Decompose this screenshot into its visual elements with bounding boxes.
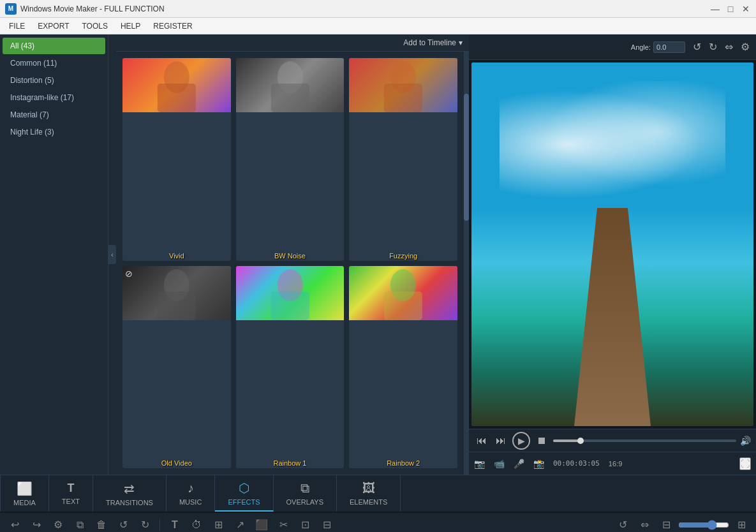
pier-visual xyxy=(574,208,651,426)
chevron-down-icon: ▾ xyxy=(459,38,463,47)
grid-button[interactable]: ⊟ xyxy=(317,516,336,533)
music-icon: ♪ xyxy=(188,481,194,496)
play-button[interactable]: ▶ xyxy=(512,432,530,450)
sidebar-item-instagram[interactable]: Instagram-like (17) xyxy=(3,89,105,106)
redo-button[interactable]: ↪ xyxy=(27,516,46,533)
trim-button[interactable]: ✂ xyxy=(274,516,293,533)
effect-card-vivid[interactable]: Vivid xyxy=(122,58,231,261)
sidebar-item-common[interactable]: Common (11) xyxy=(3,55,105,71)
preview-video xyxy=(471,63,753,426)
sidebar-item-nightlife[interactable]: Night Life (3) xyxy=(3,124,105,140)
sidebar-collapse-arrow[interactable]: ‹ xyxy=(108,245,116,264)
sidebar-item-all[interactable]: All (43) xyxy=(3,38,105,54)
toolbar-right: ↺ ⇔ ⊟ ⊞ xyxy=(613,516,751,533)
effect-thumb-rainbow2 xyxy=(349,266,457,320)
close-button[interactable]: ✕ xyxy=(741,4,751,14)
volume-icon: 🔊 xyxy=(740,436,751,446)
effect-card-rainbow1[interactable]: Rainbow 1 xyxy=(236,266,345,469)
maximize-button[interactable]: □ xyxy=(725,4,736,14)
effect-card-rainbow2[interactable]: Rainbow 2 xyxy=(349,266,457,469)
delete-button[interactable]: 🗑 xyxy=(92,516,111,533)
effect-card-bwnoise[interactable]: BW Noise xyxy=(236,58,345,261)
menu-help[interactable]: HELP xyxy=(114,19,147,33)
loop-button[interactable]: ↻ xyxy=(135,516,154,533)
stop-button[interactable]: ⏹ xyxy=(534,433,549,448)
window-controls[interactable]: — □ ✕ xyxy=(710,4,751,14)
flip-horizontal-button[interactable]: ⇔ xyxy=(725,41,733,53)
effect-label-fuzzying: Fuzzying xyxy=(349,252,457,260)
crop-button[interactable]: ⊞ xyxy=(209,516,228,533)
tab-overlays[interactable]: ⧉ OVERLAYS xyxy=(274,475,337,512)
undo-preview-button[interactable]: ↺ xyxy=(693,41,701,53)
effect-thumb-vivid xyxy=(122,58,231,112)
preview-toolbar: Angle: ↺ ↻ ⇔ ⚙ xyxy=(469,34,756,60)
effect-label-vivid: Vivid xyxy=(122,252,231,260)
tab-effects[interactable]: ⬡ EFFECTS xyxy=(215,475,273,512)
camera-tool-button[interactable]: 📹 xyxy=(494,459,505,469)
time-display: 00:00:03:05 xyxy=(553,459,600,468)
refresh-button[interactable]: ↺ xyxy=(613,516,632,533)
add-to-timeline-label: Add to Timeline xyxy=(403,38,456,47)
clock-button[interactable]: ⏱ xyxy=(187,516,206,533)
skip-start-button[interactable]: ⏮ xyxy=(474,433,489,448)
redo-preview-button[interactable]: ↻ xyxy=(709,41,717,53)
overlay-edit-button[interactable]: ⬛ xyxy=(252,516,271,533)
elements-icon: 🖼 xyxy=(362,481,375,496)
effect-card-oldvideo[interactable]: ⊘ Old Video xyxy=(122,266,231,469)
minimize-button[interactable]: — xyxy=(710,4,720,14)
add-to-timeline-button[interactable]: Add to Timeline ▾ xyxy=(403,38,463,47)
angle-control: Angle: xyxy=(631,41,685,53)
svg-rect-9 xyxy=(271,292,309,320)
tab-media-label: MEDIA xyxy=(13,499,36,506)
step-back-button[interactable]: ⏭ xyxy=(493,433,508,448)
sidebar-item-distortion[interactable]: Distortion (5) xyxy=(3,72,105,89)
split-button[interactable]: ⊡ xyxy=(295,516,315,533)
effects-scrollbar[interactable] xyxy=(464,52,469,475)
progress-fill xyxy=(553,440,581,442)
tab-elements-label: ELEMENTS xyxy=(350,498,387,506)
text-edit-button[interactable]: T xyxy=(165,516,184,533)
effect-label-rainbow1: Rainbow 1 xyxy=(236,459,345,467)
sidebar-item-material[interactable]: Material (7) xyxy=(3,107,105,123)
menu-register[interactable]: REGISTER xyxy=(147,19,198,33)
svg-rect-7 xyxy=(158,292,196,320)
mute-button[interactable]: ⊞ xyxy=(732,516,751,533)
audio-sep-button[interactable]: ⊟ xyxy=(656,516,676,533)
effect-thumb-fuzzying xyxy=(349,58,457,112)
angle-input[interactable] xyxy=(653,41,685,53)
tab-elements[interactable]: 🖼 ELEMENTS xyxy=(337,475,401,512)
screenshot-tool-button[interactable]: 📸 xyxy=(533,459,544,469)
title-bar: M Windows Movie Maker - FULL FUNCTION — … xyxy=(0,0,756,18)
toolbar-separator xyxy=(159,519,160,531)
effects-sidebar: All (43) Common (11) Distortion (5) Inst… xyxy=(0,34,108,475)
tab-bar: ⬜ MEDIA T TEXT ⇄ TRANSITIONS ♪ MUSIC ⬡ E… xyxy=(0,475,756,513)
menu-tools[interactable]: TOOLS xyxy=(75,19,114,33)
app-logo: M xyxy=(5,3,17,15)
fullscreen-button[interactable]: ⛶ xyxy=(739,457,751,470)
tab-media[interactable]: ⬜ MEDIA xyxy=(0,475,49,512)
tab-text[interactable]: T TEXT xyxy=(49,475,93,512)
volume-slider[interactable] xyxy=(678,520,729,530)
progress-bar[interactable] xyxy=(553,440,736,442)
undo-button[interactable]: ↩ xyxy=(5,516,24,533)
svg-rect-5 xyxy=(384,84,422,112)
mic-tool-button[interactable]: 🎤 xyxy=(514,459,524,469)
svg-rect-1 xyxy=(158,84,196,112)
settings-preview-button[interactable]: ⚙ xyxy=(741,41,750,53)
tab-music[interactable]: ♪ MUSIC xyxy=(167,475,215,512)
link-button[interactable]: ⇔ xyxy=(635,516,654,533)
preview-controls: ⏮ ⏭ ▶ ⏹ 🔊 xyxy=(469,429,756,452)
tab-transitions[interactable]: ⇄ TRANSITIONS xyxy=(93,475,167,512)
menu-export[interactable]: EXPORT xyxy=(31,19,75,33)
menu-file[interactable]: FILE xyxy=(3,19,31,33)
effects-grid: Vivid BW Noise xyxy=(116,52,464,475)
effect-card-fuzzying[interactable]: Fuzzying xyxy=(349,58,457,261)
rotate-button[interactable]: ↺ xyxy=(114,516,133,533)
effects-icon: ⬡ xyxy=(239,480,249,496)
motion-button[interactable]: ↗ xyxy=(230,516,249,533)
snap-tool-button[interactable]: 📷 xyxy=(474,459,485,469)
settings-button[interactable]: ⚙ xyxy=(48,516,68,533)
copy-button[interactable]: ⧉ xyxy=(70,516,89,533)
effect-thumb-rainbow1 xyxy=(236,266,345,320)
effects-panel: Add to Timeline ▾ Vivid xyxy=(116,34,469,475)
